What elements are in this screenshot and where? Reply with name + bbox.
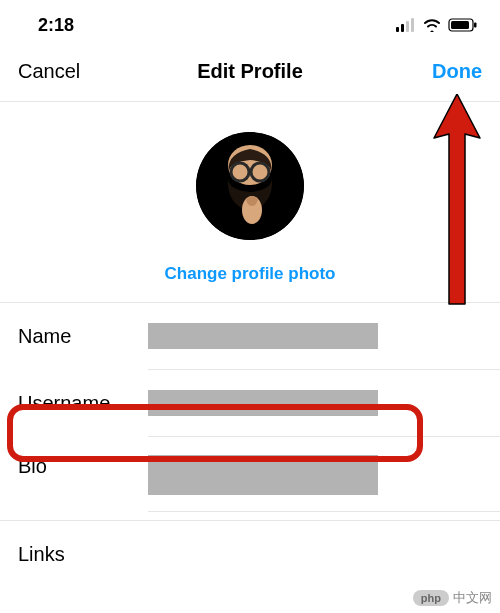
profile-photo-section: Change profile photo <box>0 102 500 303</box>
svg-rect-3 <box>411 18 414 32</box>
svg-rect-1 <box>401 24 404 32</box>
svg-rect-2 <box>406 21 409 32</box>
username-field[interactable] <box>148 390 378 416</box>
done-button[interactable]: Done <box>402 60 482 83</box>
cellular-icon <box>396 18 416 32</box>
links-label: Links <box>18 543 148 566</box>
avatar-image <box>196 132 304 240</box>
change-profile-photo-button[interactable]: Change profile photo <box>165 264 336 284</box>
nav-bar: Cancel Edit Profile Done <box>0 44 500 102</box>
name-field[interactable] <box>148 323 378 349</box>
battery-icon <box>448 18 478 32</box>
watermark-badge: php <box>413 590 449 606</box>
page-title: Edit Profile <box>98 60 402 83</box>
username-label: Username <box>18 392 148 415</box>
svg-rect-5 <box>451 21 469 29</box>
watermark: php 中文网 <box>413 589 492 607</box>
bio-field[interactable] <box>148 455 378 495</box>
name-label: Name <box>18 325 148 348</box>
watermark-text: 中文网 <box>453 589 492 607</box>
svg-rect-6 <box>474 23 477 28</box>
bio-row: Bio <box>0 437 500 511</box>
username-row: Username <box>0 370 500 436</box>
bio-label: Bio <box>18 455 148 478</box>
wifi-icon <box>422 18 442 32</box>
status-icons <box>396 18 478 32</box>
status-bar: 2:18 <box>0 0 500 44</box>
name-row: Name <box>0 303 500 369</box>
svg-rect-0 <box>396 27 399 32</box>
avatar[interactable] <box>196 132 304 240</box>
links-row[interactable]: Links <box>0 521 500 587</box>
cancel-button[interactable]: Cancel <box>18 60 98 83</box>
status-time: 2:18 <box>38 15 74 36</box>
